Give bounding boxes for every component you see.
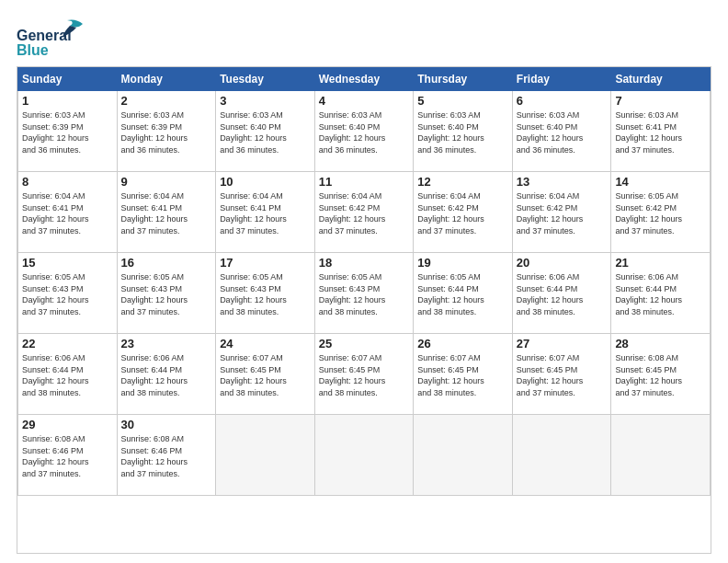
day-info: Sunrise: 6:07 AM Sunset: 6:45 PM Dayligh… <box>417 352 508 398</box>
day-number: 29 <box>22 418 113 431</box>
calendar-cell: 5Sunrise: 6:03 AM Sunset: 6:40 PM Daylig… <box>414 91 513 172</box>
calendar-cell: 12Sunrise: 6:04 AM Sunset: 6:42 PM Dayli… <box>414 172 513 253</box>
day-number: 2 <box>121 94 212 108</box>
calendar: SundayMondayTuesdayWednesdayThursdayFrid… <box>17 66 711 554</box>
day-number: 27 <box>517 337 608 350</box>
day-number: 23 <box>121 337 212 350</box>
day-info: Sunrise: 6:06 AM Sunset: 6:44 PM Dayligh… <box>22 352 113 398</box>
calendar-cell: 2Sunrise: 6:03 AM Sunset: 6:39 PM Daylig… <box>117 91 216 172</box>
day-info: Sunrise: 6:05 AM Sunset: 6:43 PM Dayligh… <box>220 271 311 317</box>
calendar-cell <box>216 415 315 496</box>
page: GeneralBlue SundayMondayTuesdayWednesday… <box>0 0 728 563</box>
calendar-cell: 27Sunrise: 6:07 AM Sunset: 6:45 PM Dayli… <box>512 334 611 415</box>
day-info: Sunrise: 6:06 AM Sunset: 6:44 PM Dayligh… <box>517 271 608 317</box>
calendar-cell: 6Sunrise: 6:03 AM Sunset: 6:40 PM Daylig… <box>512 91 611 172</box>
day-info: Sunrise: 6:04 AM Sunset: 6:42 PM Dayligh… <box>319 190 410 236</box>
logo-svg: GeneralBlue <box>17 17 90 57</box>
calendar-cell <box>611 415 711 496</box>
day-info: Sunrise: 6:06 AM Sunset: 6:44 PM Dayligh… <box>615 271 706 317</box>
day-info: Sunrise: 6:05 AM Sunset: 6:44 PM Dayligh… <box>417 271 508 317</box>
day-info: Sunrise: 6:05 AM Sunset: 6:43 PM Dayligh… <box>22 271 113 317</box>
day-number: 20 <box>517 256 608 270</box>
calendar-cell: 16Sunrise: 6:05 AM Sunset: 6:43 PM Dayli… <box>117 253 216 334</box>
day-info: Sunrise: 6:07 AM Sunset: 6:45 PM Dayligh… <box>319 352 410 398</box>
weekday-friday: Friday <box>512 68 611 91</box>
logo: GeneralBlue <box>17 17 90 57</box>
weekday-thursday: Thursday <box>414 68 513 91</box>
week-row-3: 15Sunrise: 6:05 AM Sunset: 6:43 PM Dayli… <box>18 253 711 334</box>
weekday-wednesday: Wednesday <box>314 68 414 91</box>
day-number: 13 <box>517 175 608 189</box>
day-number: 1 <box>22 94 113 108</box>
week-row-1: 1Sunrise: 6:03 AM Sunset: 6:39 PM Daylig… <box>18 91 711 172</box>
weekday-saturday: Saturday <box>611 68 711 91</box>
week-row-4: 22Sunrise: 6:06 AM Sunset: 6:44 PM Dayli… <box>18 334 711 415</box>
weekday-header-row: SundayMondayTuesdayWednesdayThursdayFrid… <box>18 68 711 91</box>
week-row-2: 8Sunrise: 6:04 AM Sunset: 6:41 PM Daylig… <box>18 172 711 253</box>
day-info: Sunrise: 6:03 AM Sunset: 6:40 PM Dayligh… <box>417 109 508 155</box>
calendar-cell: 4Sunrise: 6:03 AM Sunset: 6:40 PM Daylig… <box>314 91 414 172</box>
calendar-cell: 24Sunrise: 6:07 AM Sunset: 6:45 PM Dayli… <box>216 334 315 415</box>
day-number: 14 <box>615 175 706 189</box>
calendar-cell: 28Sunrise: 6:08 AM Sunset: 6:45 PM Dayli… <box>611 334 711 415</box>
calendar-cell: 7Sunrise: 6:03 AM Sunset: 6:41 PM Daylig… <box>611 91 711 172</box>
day-number: 5 <box>417 94 508 108</box>
day-number: 26 <box>417 337 508 350</box>
day-info: Sunrise: 6:03 AM Sunset: 6:40 PM Dayligh… <box>220 109 311 155</box>
day-number: 3 <box>220 94 311 108</box>
day-number: 7 <box>615 94 706 108</box>
day-number: 18 <box>319 256 410 270</box>
day-info: Sunrise: 6:08 AM Sunset: 6:45 PM Dayligh… <box>615 352 706 398</box>
day-info: Sunrise: 6:06 AM Sunset: 6:44 PM Dayligh… <box>121 352 212 398</box>
calendar-cell: 9Sunrise: 6:04 AM Sunset: 6:41 PM Daylig… <box>117 172 216 253</box>
day-number: 30 <box>121 418 212 431</box>
day-number: 4 <box>319 94 410 108</box>
day-info: Sunrise: 6:05 AM Sunset: 6:43 PM Dayligh… <box>319 271 410 317</box>
svg-text:Blue: Blue <box>17 42 49 57</box>
calendar-cell: 23Sunrise: 6:06 AM Sunset: 6:44 PM Dayli… <box>117 334 216 415</box>
day-info: Sunrise: 6:07 AM Sunset: 6:45 PM Dayligh… <box>220 352 311 398</box>
day-number: 19 <box>417 256 508 270</box>
day-info: Sunrise: 6:05 AM Sunset: 6:42 PM Dayligh… <box>615 190 706 236</box>
day-info: Sunrise: 6:05 AM Sunset: 6:43 PM Dayligh… <box>121 271 212 317</box>
weekday-tuesday: Tuesday <box>216 68 315 91</box>
day-info: Sunrise: 6:08 AM Sunset: 6:46 PM Dayligh… <box>22 433 113 479</box>
svg-text:General: General <box>17 28 72 43</box>
calendar-cell: 20Sunrise: 6:06 AM Sunset: 6:44 PM Dayli… <box>512 253 611 334</box>
weekday-sunday: Sunday <box>18 68 118 91</box>
day-number: 21 <box>615 256 706 270</box>
calendar-cell: 29Sunrise: 6:08 AM Sunset: 6:46 PM Dayli… <box>18 415 118 496</box>
day-number: 9 <box>121 175 212 189</box>
header: GeneralBlue <box>17 17 711 57</box>
calendar-cell <box>414 415 513 496</box>
week-row-5: 29Sunrise: 6:08 AM Sunset: 6:46 PM Dayli… <box>18 415 711 496</box>
calendar-cell: 19Sunrise: 6:05 AM Sunset: 6:44 PM Dayli… <box>414 253 513 334</box>
calendar-cell: 25Sunrise: 6:07 AM Sunset: 6:45 PM Dayli… <box>314 334 414 415</box>
calendar-cell: 26Sunrise: 6:07 AM Sunset: 6:45 PM Dayli… <box>414 334 513 415</box>
day-info: Sunrise: 6:07 AM Sunset: 6:45 PM Dayligh… <box>517 352 608 398</box>
day-number: 6 <box>517 94 608 108</box>
day-info: Sunrise: 6:04 AM Sunset: 6:42 PM Dayligh… <box>417 190 508 236</box>
day-info: Sunrise: 6:04 AM Sunset: 6:41 PM Dayligh… <box>121 190 212 236</box>
day-info: Sunrise: 6:04 AM Sunset: 6:41 PM Dayligh… <box>220 190 311 236</box>
calendar-cell: 14Sunrise: 6:05 AM Sunset: 6:42 PM Dayli… <box>611 172 711 253</box>
day-number: 15 <box>22 256 113 270</box>
calendar-cell: 30Sunrise: 6:08 AM Sunset: 6:46 PM Dayli… <box>117 415 216 496</box>
calendar-cell: 1Sunrise: 6:03 AM Sunset: 6:39 PM Daylig… <box>18 91 118 172</box>
calendar-cell: 22Sunrise: 6:06 AM Sunset: 6:44 PM Dayli… <box>18 334 118 415</box>
day-info: Sunrise: 6:03 AM Sunset: 6:39 PM Dayligh… <box>22 109 113 155</box>
day-info: Sunrise: 6:03 AM Sunset: 6:39 PM Dayligh… <box>121 109 212 155</box>
day-number: 25 <box>319 337 410 350</box>
weekday-monday: Monday <box>117 68 216 91</box>
calendar-cell: 17Sunrise: 6:05 AM Sunset: 6:43 PM Dayli… <box>216 253 315 334</box>
calendar-cell: 18Sunrise: 6:05 AM Sunset: 6:43 PM Dayli… <box>314 253 414 334</box>
day-number: 16 <box>121 256 212 270</box>
calendar-cell <box>512 415 611 496</box>
day-number: 22 <box>22 337 113 350</box>
day-info: Sunrise: 6:04 AM Sunset: 6:42 PM Dayligh… <box>517 190 608 236</box>
day-info: Sunrise: 6:08 AM Sunset: 6:46 PM Dayligh… <box>121 433 212 479</box>
calendar-cell: 10Sunrise: 6:04 AM Sunset: 6:41 PM Dayli… <box>216 172 315 253</box>
calendar-cell: 15Sunrise: 6:05 AM Sunset: 6:43 PM Dayli… <box>18 253 118 334</box>
day-number: 28 <box>615 337 706 350</box>
calendar-cell: 8Sunrise: 6:04 AM Sunset: 6:41 PM Daylig… <box>18 172 118 253</box>
